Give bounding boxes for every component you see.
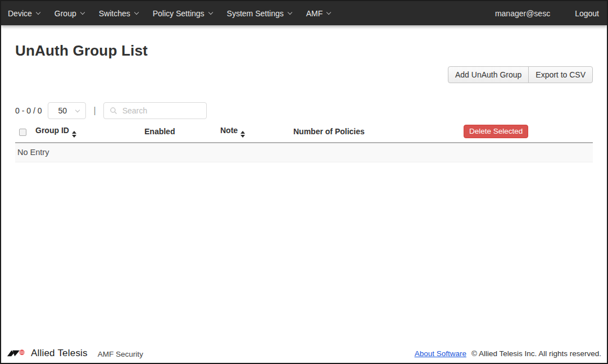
list-toolbar: 0 - 0 / 0 50 | [15, 102, 593, 119]
app-window: Device Group Switches Policy Settings Sy… [0, 0, 608, 364]
nav-menu-label: Group [55, 9, 76, 18]
chevron-down-icon [287, 10, 292, 14]
chevron-down-icon [208, 10, 212, 14]
footer-right: About Software © Allied Telesis Inc. All… [415, 349, 601, 358]
copyright-text: © Allied Telesis Inc. All rights reserve… [471, 349, 601, 358]
logout-button[interactable]: Logout [567, 9, 607, 18]
page-size-select[interactable]: 50 [48, 102, 86, 119]
search-input[interactable] [121, 106, 201, 116]
export-to-csv-button[interactable]: Export to CSV [528, 66, 593, 83]
logged-in-user: manager@sesc [489, 9, 567, 18]
page-title: UnAuth Group List [15, 42, 593, 60]
toolbar-separator: | [92, 106, 97, 116]
nav-menu-amf[interactable]: AMF [299, 1, 338, 25]
no-entry-text: No Entry [15, 143, 593, 162]
chevron-down-icon [326, 10, 331, 14]
unauth-group-table: Group ID Enabled Note Number of Policies [15, 124, 593, 162]
top-navbar: Device Group Switches Policy Settings Sy… [1, 1, 607, 25]
footer: Allied Telesis AMF Security About Softwa… [1, 346, 607, 363]
footer-brand: Allied Telesis AMF Security [7, 348, 143, 359]
search-box [103, 102, 207, 119]
pagination-range: 0 - 0 / 0 [15, 106, 42, 115]
sort-icon[interactable] [241, 131, 245, 138]
navbar-right: manager@sesc Logout [489, 1, 607, 25]
table-header-row: Group ID Enabled Note Number of Policies [15, 124, 593, 143]
chevron-down-icon [36, 10, 40, 14]
search-icon [110, 107, 117, 115]
allied-telesis-logo-icon [7, 348, 27, 358]
empty-row: No Entry [15, 143, 593, 162]
column-header-actions: Delete Selected [459, 124, 593, 143]
nav-menu-label: AMF [306, 9, 323, 18]
chevron-down-icon [80, 10, 84, 14]
nav-menu-policy-settings[interactable]: Policy Settings [146, 1, 220, 25]
nav-menu-label: Policy Settings [153, 9, 205, 18]
page-actions: Add UnAuth Group Export to CSV [15, 66, 593, 83]
chevron-down-icon [134, 10, 139, 14]
select-all-checkbox[interactable] [19, 129, 26, 136]
sort-icon[interactable] [72, 131, 76, 138]
column-header-note[interactable]: Note [216, 124, 289, 143]
column-header-number-of-policies: Number of Policies [289, 124, 459, 143]
nav-menu-label: Switches [99, 9, 130, 18]
nav-menu-label: System Settings [227, 9, 284, 18]
chevron-down-icon [75, 108, 80, 112]
product-name: AMF Security [98, 350, 143, 358]
nav-menu-group[interactable]: Group [47, 1, 92, 25]
delete-selected-button[interactable]: Delete Selected [464, 125, 528, 138]
nav-menu-system-settings[interactable]: System Settings [220, 1, 299, 25]
page-size-value: 50 [58, 106, 67, 115]
nav-menu-label: Device [8, 9, 32, 18]
brand-name: Allied Telesis [31, 348, 88, 359]
column-header-enabled: Enabled [140, 124, 216, 143]
about-software-link[interactable]: About Software [415, 349, 466, 358]
column-header-group-id[interactable]: Group ID [31, 124, 140, 143]
main-content: UnAuth Group List Add UnAuth Group Expor… [1, 25, 607, 346]
add-unauth-group-button[interactable]: Add UnAuth Group [448, 66, 529, 83]
nav-menu-device[interactable]: Device [1, 1, 47, 25]
nav-menu-switches[interactable]: Switches [92, 1, 146, 25]
